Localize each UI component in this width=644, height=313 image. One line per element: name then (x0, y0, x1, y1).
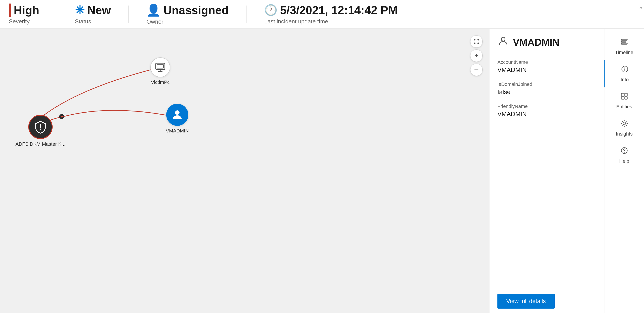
right-panel: » VMADMIN AccountName VMADMIN IsDomainJo… (489, 29, 604, 313)
header-divider-2 (128, 5, 129, 23)
time-main: 🕐 5/3/2021, 12:14:42 PM (264, 3, 398, 17)
graph-svg (0, 29, 489, 313)
help-svg-icon (620, 147, 628, 155)
victimpc-circle (150, 57, 170, 77)
node-midpoint-dot (59, 114, 64, 119)
owner-item: 👤 Unassigned Owner (146, 3, 228, 25)
main-content: ADFS DKM Master K... VictimPc (0, 29, 644, 313)
sidebar-item-info[interactable]: Info (604, 60, 644, 87)
owner-main: 👤 Unassigned (146, 3, 228, 17)
field-account-name-value: VMADMIN (498, 66, 596, 73)
computer-icon (155, 62, 166, 73)
entities-svg-icon (620, 92, 628, 100)
panel-title: VMADMIN (513, 37, 559, 48)
sidebar-item-timeline[interactable]: Timeline (604, 33, 644, 60)
time-label: Last incident update time (264, 18, 398, 25)
fitscreen-button[interactable] (470, 35, 482, 48)
time-item: 🕐 5/3/2021, 12:14:42 PM Last incident up… (264, 3, 398, 25)
status-label: Status (75, 18, 111, 25)
field-friendly-name-value: VMADMIN (498, 111, 596, 118)
entities-icon (620, 92, 628, 102)
user-entity-icon (498, 35, 509, 47)
status-value: New (87, 3, 111, 17)
svg-point-0 (40, 129, 41, 130)
vmadmin-circle (166, 104, 188, 126)
fitscreen-icon (473, 38, 480, 45)
alert-label: ADFS DKM Master K... (16, 141, 66, 147)
info-icon (621, 65, 629, 75)
field-domain-joined: IsDomainJoined false (498, 81, 596, 96)
svg-rect-6 (621, 39, 627, 40)
status-main: ✳ New (75, 3, 111, 17)
time-value: 5/3/2021, 12:14:42 PM (280, 3, 398, 17)
svg-point-4 (175, 110, 180, 115)
panel-content: AccountName VMADMIN IsDomainJoined false… (490, 54, 604, 289)
panel-footer: View full details (490, 289, 604, 313)
svg-point-5 (501, 37, 505, 41)
pulse-icon (59, 114, 64, 119)
sidebar-info-label: Info (620, 77, 629, 83)
owner-value: Unassigned (164, 3, 228, 17)
sidebar-item-help[interactable]: Help (604, 142, 644, 169)
zoomin-button[interactable]: + (470, 49, 482, 62)
node-vmadmin[interactable]: VMADMIN (166, 104, 189, 134)
severity-bar (9, 3, 11, 17)
vmadmin-graph-label: VMADMIN (166, 128, 189, 134)
svg-rect-8 (621, 43, 627, 44)
field-friendly-name-label: FriendlyName (498, 104, 596, 109)
status-icon: ✳ (75, 3, 85, 17)
owner-label: Owner (146, 18, 228, 25)
severity-main: High (9, 3, 39, 17)
sidebar-item-insights[interactable]: Insights (604, 115, 644, 142)
insights-icon (620, 119, 628, 129)
sidebar-entities-label: Entities (616, 104, 632, 110)
info-svg-icon (621, 65, 629, 73)
svg-point-14 (623, 122, 626, 125)
graph-controls: + − (470, 35, 482, 76)
severity-label: Severity (9, 18, 39, 25)
view-details-button[interactable]: View full details (498, 294, 555, 309)
header: High Severity ✳ New Status 👤 Unassigned … (0, 0, 644, 29)
help-icon (620, 147, 628, 156)
field-account-name: AccountName VMADMIN (498, 59, 596, 73)
field-account-name-label: AccountName (498, 59, 596, 65)
insights-svg-icon (620, 119, 628, 127)
timeline-svg-icon (620, 38, 628, 46)
status-item: ✳ New Status (75, 3, 111, 25)
panel-entity-icon (498, 35, 509, 49)
field-domain-joined-label: IsDomainJoined (498, 81, 596, 87)
clock-icon: 🕐 (264, 4, 278, 16)
sidebar-timeline-label: Timeline (615, 50, 633, 55)
severity-item: High Severity (9, 3, 39, 25)
svg-rect-10 (621, 93, 624, 96)
panel-header: VMADMIN (490, 29, 604, 54)
svg-rect-11 (624, 93, 627, 96)
timeline-icon (620, 38, 628, 48)
owner-icon: 👤 (146, 3, 161, 17)
field-friendly-name: FriendlyName VMADMIN (498, 104, 596, 118)
svg-rect-3 (157, 65, 164, 68)
sidebar-item-entities[interactable]: Entities (604, 87, 644, 115)
svg-rect-13 (624, 97, 627, 99)
shield-alert-icon (34, 120, 47, 134)
field-domain-joined-value: false (498, 89, 596, 96)
panel-collapse-button[interactable]: » (639, 4, 642, 10)
graph-area: ADFS DKM Master K... VictimPc (0, 29, 489, 313)
zoomout-button[interactable]: − (470, 64, 482, 76)
sidebar: Timeline Info Entities (604, 29, 644, 313)
header-divider-1 (57, 5, 57, 23)
victimpc-label: VictimPc (151, 79, 170, 85)
alert-circle (28, 115, 52, 139)
svg-rect-12 (621, 97, 624, 99)
user-icon (171, 108, 184, 121)
sidebar-insights-label: Insights (616, 131, 633, 137)
severity-value: High (14, 3, 39, 17)
node-alert[interactable]: ADFS DKM Master K... (16, 115, 66, 147)
svg-rect-7 (621, 41, 626, 42)
node-victimpc[interactable]: VictimPc (150, 57, 170, 85)
sidebar-help-label: Help (619, 158, 629, 164)
header-divider-3 (246, 5, 246, 23)
